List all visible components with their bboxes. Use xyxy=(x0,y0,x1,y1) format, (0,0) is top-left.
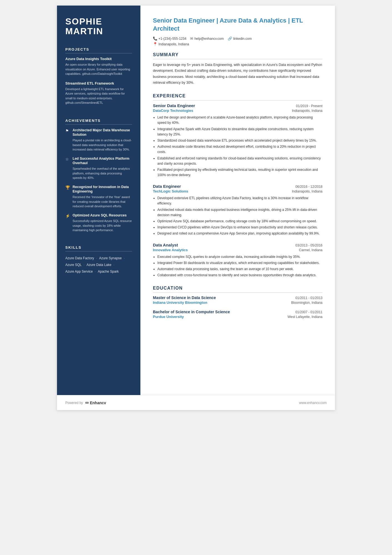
edu-2-dates: 01/2007 - 01/2011 xyxy=(296,310,322,314)
job-3-bullet-2: Integrated Power BI dashboards to visual… xyxy=(157,260,322,266)
edu-2-school: Purdue University xyxy=(153,315,184,319)
sidebar: SOPHIE MARTIN PROJECTS Azure Data Insigh… xyxy=(57,6,140,395)
summary-text: Eager to leverage my 5+ years in Data En… xyxy=(153,62,322,86)
job-1: Senior Data Engineer 01/2019 - Present D… xyxy=(153,103,322,178)
job-2: Data Engineer 06/2016 - 12/2018 TechLogi… xyxy=(153,184,322,236)
achievement-item-4: ⚡ Optimized Azure SQL Resources Successf… xyxy=(65,213,132,233)
job-2-bullet-5: Designed and rolled out a comprehensive … xyxy=(157,231,322,236)
email-text: help@enhancv.com xyxy=(194,37,224,41)
project-item-1: Azure Data Insights Toolkit An open-sour… xyxy=(65,57,132,76)
achievement-desc-1: Played a pivotal role in architecting a … xyxy=(73,138,132,152)
skill-3: Azure SQL xyxy=(65,263,81,267)
skill-sep-3: · xyxy=(84,263,86,267)
achievement-item-3: 🏆 Recognized for Innovation in Data Engi… xyxy=(65,185,132,209)
projects-section: PROJECTS Azure Data Insights Toolkit An … xyxy=(65,47,132,110)
job-3-bullets: Executed complex SQL queries to analyze … xyxy=(153,254,322,278)
job-1-role: Senior Data Engineer xyxy=(153,103,195,108)
job-1-header: Senior Data Engineer 01/2019 - Present xyxy=(153,103,322,108)
edu-1-school: Indiana University Bloomington xyxy=(153,300,207,305)
skill-4: Azure Data Lake xyxy=(86,263,111,267)
job-2-role: Data Engineer xyxy=(153,184,181,189)
skill-sep-4: · xyxy=(113,263,114,267)
achievement-icon-3: 🏆 xyxy=(65,185,70,209)
achievement-icon-1: ⚑ xyxy=(65,129,70,152)
project-title-2: Streamlined ETL Framework xyxy=(65,81,132,85)
job-1-bullet-1: Led the design and development of a scal… xyxy=(157,115,322,125)
achievement-desc-4: Successfully optimized Azure SQL resourc… xyxy=(73,219,132,233)
name-block: SOPHIE MARTIN xyxy=(65,17,132,36)
experience-section: EXPERIENCE Senior Data Engineer 01/2019 … xyxy=(153,93,322,278)
last-name: MARTIN xyxy=(65,26,132,36)
skill-1: Azure Data Factory xyxy=(65,256,94,260)
job-2-header: Data Engineer 06/2016 - 12/2018 xyxy=(153,184,322,189)
job-2-company-row: TechLogic Solutions Indianapolis, Indian… xyxy=(153,189,322,193)
skills-title: SKILLS xyxy=(65,245,132,251)
edu-1-dates: 01/2011 - 01/2013 xyxy=(296,296,322,300)
email-icon: ✉ xyxy=(190,36,193,41)
edu-2: Bachelor of Science in Computer Science … xyxy=(153,310,322,319)
project-desc-1: An open-source library for simplifying d… xyxy=(65,62,132,76)
edu-2-header: Bachelor of Science in Computer Science … xyxy=(153,310,322,314)
job-2-bullet-4: Implemented CI/CD pipelines within Azure… xyxy=(157,225,322,230)
project-title-1: Azure Data Insights Toolkit xyxy=(65,57,132,61)
achievement-item-2: ☆ Led Successful Analytics Platform Over… xyxy=(65,156,132,180)
job-1-dates: 01/2019 - Present xyxy=(296,104,322,108)
edu-2-school-row: Purdue University West Lafayette, Indian… xyxy=(153,315,322,319)
skill-6: Apache Spark xyxy=(98,270,119,273)
job-3-dates: 03/2013 - 05/2016 xyxy=(296,243,322,247)
job-2-location: Indianapolis, Indiana xyxy=(292,189,322,193)
first-name: SOPHIE xyxy=(65,17,132,26)
powered-by: Powered by ∞ Enhancv xyxy=(65,400,106,406)
job-1-location: Indianapolis, Indiana xyxy=(292,109,322,113)
contact-row: 📞 +1-(234)-555-1234 ✉ help@enhancv.com 🔗… xyxy=(153,36,322,41)
skill-2: Azure Synapse xyxy=(99,256,121,260)
job-2-bullet-2: Architected robust data models that supp… xyxy=(157,207,322,218)
job-2-bullet-1: Developed extensive ETL pipelines utiliz… xyxy=(157,196,322,206)
contact-phone: 📞 +1-(234)-555-1234 xyxy=(153,36,186,41)
footer: Powered by ∞ Enhancv www.enhancv.com xyxy=(57,395,335,410)
edu-1-school-row: Indiana University Bloomington Bloomingt… xyxy=(153,300,322,305)
job-1-company: DataCorp Technologies xyxy=(153,108,193,113)
logo-icon: ∞ xyxy=(85,400,89,406)
achievement-item-1: ⚑ Architected Major Data Warehouse Solut… xyxy=(65,128,132,152)
skills-section: SKILLS Azure Data Factory · Azure Synaps… xyxy=(65,245,132,275)
phone-text: +1-(234)-555-1234 xyxy=(158,37,186,41)
edu-1-location: Bloomington, Indiana xyxy=(291,301,322,305)
achievement-title-3: Recognized for Innovation in Data Engine… xyxy=(73,185,132,194)
job-1-bullet-3: Standardized cloud-based data warehouse … xyxy=(157,138,322,143)
edu-1-degree: Master of Science in Data Science xyxy=(153,295,216,300)
footer-website: www.enhancv.com xyxy=(299,401,327,405)
job-1-bullet-6: Facilitated project planning by effectiv… xyxy=(157,167,322,178)
job-3-role: Data Analyst xyxy=(153,243,178,247)
phone-icon: 📞 xyxy=(153,36,157,41)
education-title: EDUCATION xyxy=(153,286,322,293)
contact-email: ✉ help@enhancv.com xyxy=(190,36,224,41)
job-1-bullet-4: Authored reusable code libraries that re… xyxy=(157,144,322,155)
edu-1: Master of Science in Data Science 01/201… xyxy=(153,295,322,305)
education-section: EDUCATION Master of Science in Data Scie… xyxy=(153,286,322,319)
achievement-desc-3: Received the 'Innovator of the Year' awa… xyxy=(73,195,132,209)
job-1-company-row: DataCorp Technologies Indianapolis, Indi… xyxy=(153,108,322,113)
edu-2-degree: Bachelor of Science in Computer Science xyxy=(153,310,230,314)
enhancv-logo: ∞ Enhancv xyxy=(85,400,106,406)
location-icon: 📍 xyxy=(153,42,157,46)
linkedin-text: linkedin.com xyxy=(233,37,252,41)
experience-title: EXPERIENCE xyxy=(153,93,322,100)
job-3-bullet-4: Collaborated with cross-functional teams… xyxy=(157,273,322,278)
job-3-bullet-3: Automated routine data processing tasks,… xyxy=(157,267,322,272)
job-2-bullets: Developed extensive ETL pipelines utiliz… xyxy=(153,196,322,236)
job-2-company: TechLogic Solutions xyxy=(153,189,188,193)
skill-sep-1: · xyxy=(96,256,98,260)
achievements-title: ACHIEVEMENTS xyxy=(65,119,132,125)
contact-linkedin: 🔗 linkedin.com xyxy=(228,36,252,41)
achievements-section: ACHIEVEMENTS ⚑ Architected Major Data Wa… xyxy=(65,119,132,237)
achievement-icon-2: ☆ xyxy=(65,157,70,180)
summary-section: SUMMARY Eager to leverage my 5+ years in… xyxy=(153,52,322,86)
job-3: Data Analyst 03/2013 - 05/2016 Innovativ… xyxy=(153,243,322,278)
achievement-title-2: Led Successful Analytics Platform Overha… xyxy=(73,156,132,166)
main-content: Senior Data Engineer | Azure Data & Anal… xyxy=(140,6,335,395)
job-1-bullet-2: Integrated Apache Spark with Azure Datab… xyxy=(157,127,322,137)
skill-sep-2: · xyxy=(124,256,125,260)
job-3-header: Data Analyst 03/2013 - 05/2016 xyxy=(153,243,322,247)
job-2-bullet-3: Optimized Azure SQL database performance… xyxy=(157,219,322,224)
